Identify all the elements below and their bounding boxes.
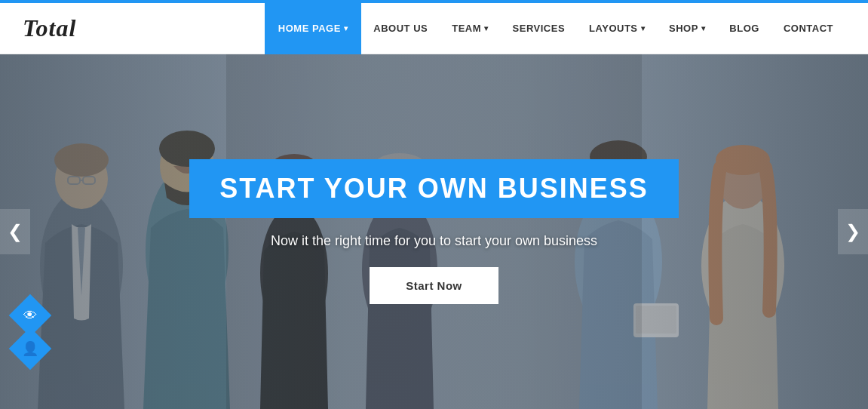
hero-content: START YOUR OWN BUSINESS Now it the right… bbox=[189, 159, 679, 304]
nav-item-services[interactable]: SERVICES bbox=[501, 3, 578, 54]
header: Total HOME PAGE ▾ABOUT USTEAM ▾SERVICESL… bbox=[0, 3, 868, 54]
prev-arrow-icon: ❮ bbox=[8, 221, 23, 242]
next-slide-button[interactable]: ❯ bbox=[838, 209, 868, 254]
nav-item-home[interactable]: HOME PAGE ▾ bbox=[265, 3, 362, 54]
next-arrow-icon: ❯ bbox=[845, 221, 860, 242]
home-chevron-icon: ▾ bbox=[344, 24, 348, 32]
nav-item-blog[interactable]: BLOG bbox=[717, 3, 771, 54]
floating-icons: 👁 👤 bbox=[15, 300, 45, 364]
nav-item-team[interactable]: TEAM ▾ bbox=[440, 3, 500, 54]
hero-section: START YOUR OWN BUSINESS Now it the right… bbox=[0, 54, 868, 409]
hero-title-box: START YOUR OWN BUSINESS bbox=[189, 159, 679, 218]
shop-chevron-icon: ▾ bbox=[701, 24, 706, 32]
hero-subtitle: Now it the right time for you to start y… bbox=[271, 233, 597, 249]
nav-item-shop[interactable]: SHOP ▾ bbox=[657, 3, 717, 54]
logo[interactable]: Total bbox=[23, 14, 76, 42]
hero-title: START YOUR OWN BUSINESS bbox=[219, 173, 649, 204]
user-icon-button[interactable]: 👤 bbox=[9, 328, 52, 371]
start-now-button[interactable]: Start Now bbox=[370, 267, 498, 304]
team-chevron-icon: ▾ bbox=[484, 24, 489, 32]
nav-item-about[interactable]: ABOUT US bbox=[361, 3, 440, 54]
nav-item-layouts[interactable]: LAYOUTS ▾ bbox=[577, 3, 657, 54]
prev-slide-button[interactable]: ❮ bbox=[0, 209, 30, 254]
main-nav: HOME PAGE ▾ABOUT USTEAM ▾SERVICESLAYOUTS… bbox=[265, 3, 845, 54]
nav-item-contact[interactable]: CONTACT bbox=[771, 3, 845, 54]
layouts-chevron-icon: ▾ bbox=[641, 24, 646, 32]
